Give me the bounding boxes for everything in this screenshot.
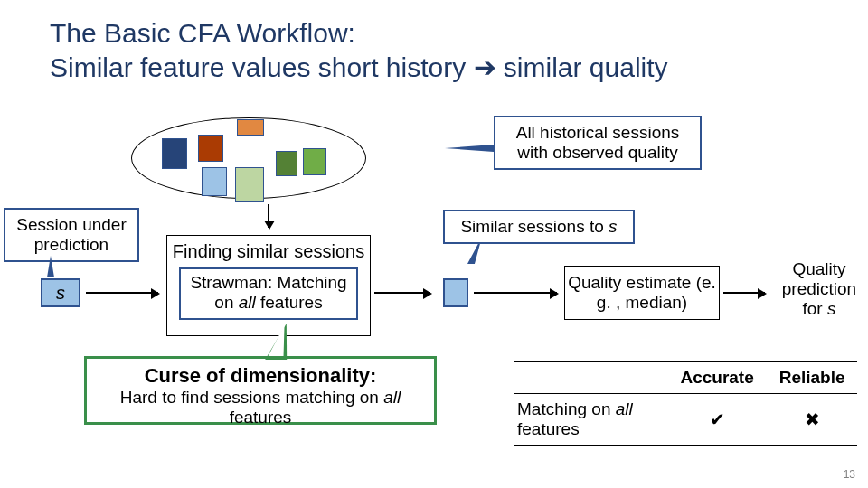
session-s-box: s	[41, 278, 80, 307]
strawman-b2: all	[239, 293, 256, 312]
quality-estimate-box: Quality estimate (e. g. , median)	[564, 266, 720, 320]
similar-session-block-icon	[443, 278, 468, 307]
prediction-a: Quality prediction for	[782, 259, 856, 318]
table-header-row: Accurate Reliable	[514, 362, 857, 394]
callout-similar-text: Similar sessions to	[460, 217, 609, 236]
curse-b: all	[383, 388, 401, 407]
table-header-empty	[514, 362, 667, 394]
row1-b: features	[517, 419, 580, 438]
slide-title: The Basic CFA Workflow: Similar feature …	[50, 16, 668, 84]
session-block-icon	[276, 151, 297, 176]
strawman-line-1: Strawman: Matching	[184, 273, 353, 293]
strawman-box: Strawman: Matching on all features	[179, 267, 358, 320]
callout-similar-sessions: Similar sessions to s	[443, 210, 635, 244]
check-icon: ✔	[667, 394, 767, 446]
callout-history-text: All historical sessions with observed qu…	[516, 123, 680, 162]
session-block-icon	[202, 167, 227, 196]
curse-body: Hard to find sessions matching on all fe…	[87, 388, 434, 427]
session-block-icon	[303, 148, 326, 175]
callout-history: All historical sessions with observed qu…	[494, 116, 702, 170]
callout-pointer-icon	[47, 256, 54, 277]
strawman-b3: features	[256, 293, 323, 312]
finding-similar-label: Finding similar sessions	[167, 236, 370, 262]
arrow-down-icon	[268, 204, 269, 228]
session-block-icon	[235, 167, 264, 202]
title-line-2a: Similar feature values short history	[50, 52, 474, 82]
quality-estimate-text: Quality estimate (e. g. , median)	[565, 273, 719, 313]
curse-callout: Curse of dimensionality: Hard to find se…	[84, 356, 437, 425]
session-block-icon	[198, 135, 223, 162]
row1-i: all	[616, 399, 633, 418]
curse-c: features	[230, 408, 292, 427]
arrow-right-icon: ➔	[474, 52, 496, 82]
arrow-right-icon	[723, 292, 765, 294]
callout-session-under-text: Session under prediction	[16, 215, 126, 254]
callout-session-under: Session under prediction	[4, 208, 139, 262]
arrow-right-icon	[86, 292, 158, 294]
row1-a: Matching on	[517, 399, 616, 418]
comparison-table: Accurate Reliable Matching on all featur…	[514, 361, 857, 446]
page-number: 13	[844, 468, 855, 481]
cross-icon: ✖	[767, 394, 857, 446]
table-row-label: Matching on all features	[514, 394, 667, 446]
table-row: Matching on all features ✔ ✖	[514, 394, 857, 446]
title-line-2b: similar quality	[496, 52, 668, 82]
callout-pointer-icon	[445, 145, 494, 152]
session-s-label: s	[56, 283, 65, 304]
session-block-icon	[237, 119, 264, 136]
arrow-right-icon	[474, 292, 557, 294]
table-header-accurate: Accurate	[667, 362, 767, 394]
curse-a: Hard to find sessions matching on	[120, 388, 384, 407]
finding-similar-box: Finding similar sessions Strawman: Match…	[166, 235, 371, 336]
title-line-1: The Basic CFA Workflow:	[50, 18, 355, 48]
arrow-right-icon	[374, 292, 430, 294]
strawman-line-2: on all features	[184, 293, 353, 313]
table-header-reliable: Reliable	[767, 362, 857, 394]
quality-prediction-text: Quality prediction for s	[774, 259, 864, 319]
prediction-s: s	[827, 299, 836, 318]
strawman-b1: on	[214, 293, 238, 312]
callout-similar-s: s	[609, 217, 618, 236]
session-block-icon	[162, 138, 187, 169]
curse-title: Curse of dimensionality:	[87, 364, 434, 388]
